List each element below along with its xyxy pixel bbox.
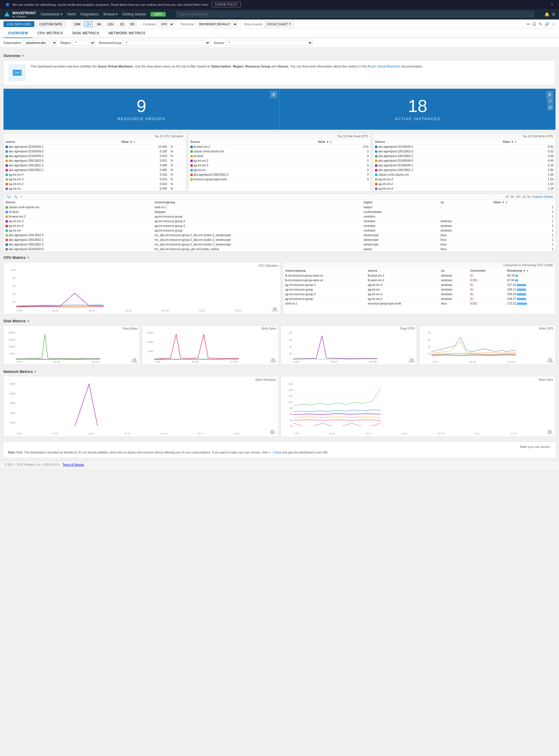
search-input[interactable] <box>176 11 534 18</box>
read-iops-info-icon[interactable]: i <box>410 358 414 362</box>
write-bytes-x-axis: 2 PM02:3003 PM03:30 <box>154 360 276 363</box>
clone-link[interactable]: > Clone <box>272 451 282 454</box>
instance-source-cell: ag-int-vm-3 <box>4 219 153 224</box>
source-select[interactable]: * <box>225 40 313 46</box>
live-data-button[interactable]: LIVE DATA (28S) <box>3 21 35 27</box>
instance-details-link[interactable]: Instance Details <box>532 195 553 198</box>
disk-metrics-chevron-icon: ▾ <box>28 320 29 323</box>
cpu-unit-cell: % <box>169 172 185 177</box>
disk-read-table-panel: Top 10 Disk Read IOPS Source Value ▼ lb-… <box>188 133 371 191</box>
time-6h-button[interactable]: 6H <box>95 21 103 27</box>
remaining-bar <box>517 298 526 300</box>
region-select[interactable]: * <box>72 40 95 46</box>
edit-icon-link[interactable]: ✏ <box>268 451 271 454</box>
custom-date-button[interactable]: CUSTOM DATE <box>36 21 66 27</box>
time-2h-button[interactable]: 2H <box>84 21 93 27</box>
zoom-out-icon[interactable]: 🔍- <box>14 195 18 198</box>
integrations-nav[interactable]: Integrations <box>81 12 99 16</box>
bell-icon[interactable]: 🔔 <box>544 12 550 17</box>
table-row: srink-rs-1 resource-group-type-srink lin… <box>283 301 555 306</box>
time-8d-button[interactable]: 8D <box>128 21 137 27</box>
time-8d-btn[interactable]: 8d <box>527 195 531 198</box>
instance-os-cell: - <box>439 210 491 214</box>
bytes-sent-title: Bytes Sent <box>283 378 553 381</box>
cpu-unit-cell: % <box>169 163 185 168</box>
zoom-icon[interactable]: ⊕ <box>270 91 277 98</box>
tab-network-metrics[interactable]: NETWORK METRICS <box>104 29 150 38</box>
disk-write-source-cell: aks-agentpool-25160549-1 <box>373 163 501 168</box>
table-row: aks-agentpool-10913562-2 3.488 % <box>4 163 186 168</box>
pencil-icon[interactable]: ✏ <box>527 22 530 26</box>
disk-metrics-section-header[interactable]: Disk Metrics ▾ <box>3 319 556 323</box>
read-bytes-chart-panel: Read Bytes 200M150M100M50M <box>3 326 140 365</box>
credits-remaining-cell: 158.43 <box>506 292 555 297</box>
zoom-in-icon[interactable]: 🔍+ <box>6 195 12 198</box>
table-row: classic-srink-ubuntu-vm 1.66 <box>373 172 555 177</box>
disk-write-table-panel: Top 10 Disk Write IOPS Source Value ▼ ak… <box>373 133 556 191</box>
time-6h-btn[interactable]: 6h <box>511 195 514 198</box>
write-iops-chart-panel: Write IOPS 40302010 <box>419 326 556 365</box>
bytes-received-x-axis: 2 PM02:1502:3002:4503 PM03:1503:3003:45 <box>16 432 276 435</box>
timezone-select[interactable]: BROWSER DEFAULT <box>196 21 238 27</box>
alerts-nav[interactable]: Alerts <box>67 12 76 16</box>
dashboards-nav[interactable]: Dashboards ▾ <box>41 12 62 16</box>
tab-cpu-metrics[interactable]: CPU METRICS <box>32 29 68 38</box>
star-icon[interactable]: ☆ <box>552 22 556 26</box>
edit-icon[interactable]: ✎ <box>539 22 542 26</box>
cpu-chart-row: CPU Utilization 10080604020 <box>3 262 556 314</box>
compare-select[interactable]: OFF ON <box>158 21 174 27</box>
credits-remaining-cell: 173.32 <box>506 301 555 306</box>
write-bytes-info-icon[interactable]: i <box>271 358 275 362</box>
tab-overview[interactable]: OVERVIEW <box>3 29 32 38</box>
chevron-down-icon: ▾ <box>289 22 291 26</box>
time-12h-button[interactable]: 12H <box>105 21 116 27</box>
time-1d-button[interactable]: 1D <box>118 21 126 27</box>
resource-group-select[interactable]: * <box>123 40 210 46</box>
expand-icon[interactable]: ↗ <box>547 98 553 104</box>
time-2h-btn[interactable]: 2h <box>506 195 509 198</box>
disk-write-value-header[interactable]: Value ▼ <box>501 139 555 145</box>
settings-icon[interactable]: ⚙ <box>547 104 553 110</box>
table-row: lb-west-vm-2 0.01 <box>189 145 371 149</box>
read-bytes-info-icon[interactable]: i <box>132 358 137 362</box>
zoom-icon-2[interactable]: ⊕ <box>546 91 553 98</box>
credits-remaining-header[interactable]: Remaining ▼ <box>506 268 555 274</box>
gear-icon[interactable]: ⚙ <box>552 12 556 17</box>
subscription-select[interactable]: wavefront-dev <box>23 40 57 46</box>
network-metrics-section: Bytes Received 500k400k300k200k100k <box>3 376 556 437</box>
bytes-sent-info-icon[interactable]: i <box>547 430 552 434</box>
time-10m-button[interactable]: 10M <box>72 21 82 27</box>
write-iops-info-icon[interactable]: i <box>548 358 552 362</box>
cpu-value-header[interactable]: Value ▼ <box>119 139 169 145</box>
table-row: ag-int-vm-4 0.510 % <box>4 172 186 177</box>
getting-started-nav[interactable]: Getting Started <box>122 12 146 16</box>
credits-rg-cell: ag-int-resource-group-2 <box>283 283 366 287</box>
bytes-received-info-icon[interactable]: i <box>270 430 274 434</box>
disk-read-value-header[interactable]: Value ▼ <box>316 139 370 145</box>
credits-source-cell: ag-int-vm <box>366 287 439 292</box>
cookie-text: We use cookies for advertising, social m… <box>12 3 209 6</box>
instance-region-cell: westeurope <box>362 238 439 242</box>
instance-value-header[interactable]: Value ▼ <box>491 200 555 205</box>
cookie-policy-button[interactable]: COOKIE POLICY <box>212 2 241 7</box>
instance-value-cell: 1 <box>491 242 555 247</box>
cpu-metrics-section-header[interactable]: CPU Metrics ▾ <box>3 255 556 260</box>
terms-of-service-link[interactable]: Terms of Service <box>63 463 84 466</box>
credits-source-cell: ag-int-vm-3 <box>366 283 439 287</box>
close-cookie-button[interactable]: × <box>551 2 553 7</box>
nav-icons: 🔔 ⚙ <box>544 12 556 17</box>
table-row: ag-int-vm 0 <box>189 168 371 172</box>
browse-nav[interactable]: Browse ▾ <box>103 12 118 16</box>
time-1d-btn[interactable]: 1d <box>522 195 526 198</box>
overview-section-header[interactable]: Overview ▾ <box>3 53 556 58</box>
disk-write-source-cell: ag-int-vm-4 <box>373 186 501 191</box>
tab-disk-metrics[interactable]: DISK METRICS <box>68 29 104 38</box>
active-instances-card: 18 ACTIVE INSTANCES ⊕ ↗ ⚙ <box>280 89 556 130</box>
cpu-info-icon[interactable]: i <box>273 307 277 311</box>
list-icon[interactable]: ☰ <box>533 22 536 26</box>
time-12h-btn[interactable]: 12h <box>516 195 520 198</box>
from-chart-button[interactable]: FROM CHART ▾ <box>264 21 293 27</box>
link-icon[interactable]: 🔗 <box>544 22 550 26</box>
consumed-bar <box>472 298 473 300</box>
source-filter: Source * <box>214 40 313 46</box>
